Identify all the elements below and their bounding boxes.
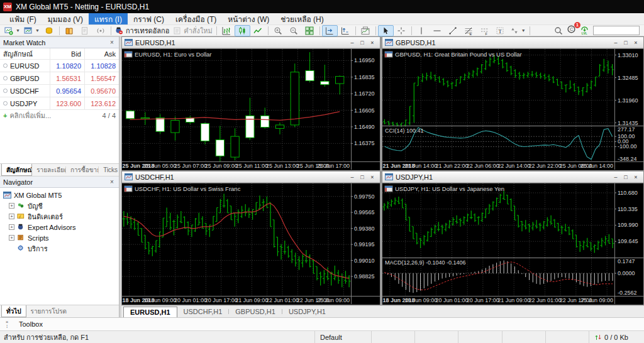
- menu-item-2[interactable]: แทรก (I): [89, 13, 128, 24]
- chart-window-titlebar-eurusd[interactable]: EURUSD,H1–□×: [122, 37, 380, 48]
- toolbar-equidistant-button[interactable]: F: [477, 25, 492, 36]
- menu-item-0[interactable]: แฟ้ม (F): [4, 13, 42, 24]
- toolbar-zoom-in-button[interactable]: [270, 25, 286, 36]
- toolbar-tile-windows-button[interactable]: [302, 25, 318, 36]
- chart-window-titlebar-usdjpy[interactable]: USDJPY,H1–□×: [382, 172, 643, 183]
- chart-canvas-usdjpy[interactable]: 110.680110.335109.990109.645USDJPY, H1: …: [382, 183, 643, 305]
- svg-text:-348.24: -348.24: [618, 156, 637, 162]
- toolbar-finance-button[interactable]: [42, 25, 57, 36]
- navigator-item-1[interactable]: +fอินดิเคเตอร์: [0, 211, 119, 222]
- minimize-button[interactable]: –: [611, 173, 621, 181]
- dock-handle[interactable]: ⁞: [6, 324, 8, 329]
- column-symbol[interactable]: สัญลักษณ์: [0, 48, 50, 60]
- toolbar-text-label-button[interactable]: T: [492, 25, 508, 36]
- minimize-button[interactable]: –: [611, 38, 621, 46]
- toolbar-new-chart-button[interactable]: ▼: [3, 25, 22, 36]
- maximize-button[interactable]: □: [357, 38, 367, 46]
- toolbar-trendline-button[interactable]: [445, 25, 461, 36]
- toolbar-arrows-button[interactable]: ▼: [508, 25, 528, 36]
- expand-icon[interactable]: +: [9, 224, 14, 230]
- navigator-header[interactable]: Navigator ×: [0, 176, 119, 188]
- market-watch-column-headers[interactable]: สัญลักษณ์ Bid Ask: [0, 48, 119, 60]
- toolbar-cursor-button[interactable]: [378, 25, 394, 36]
- market-watch-tab-2[interactable]: การซื้อขาย: [66, 164, 98, 176]
- chart-canvas-eurusd[interactable]: 1.169501.168351.167201.166051.164901.163…: [122, 48, 380, 170]
- toolbar-vertical-line-button[interactable]: [414, 25, 430, 36]
- close-button[interactable]: ×: [631, 38, 641, 46]
- toolbar-profiles-button[interactable]: ▼: [22, 25, 42, 36]
- chart-window-titlebar-gbpusd[interactable]: GBPUSD,H1–□×: [382, 37, 643, 48]
- toolbar-algo-trading-button[interactable]: การเทรดอัลกอ: [113, 25, 171, 36]
- navigator-tab-1[interactable]: รายการโปรด: [26, 305, 71, 317]
- column-ask[interactable]: Ask: [84, 48, 119, 59]
- market-watch-header[interactable]: Market Watch ×: [0, 36, 119, 48]
- chevron-down-icon[interactable]: ▼: [16, 28, 20, 33]
- toolbar-signals-button[interactable]: [93, 25, 109, 36]
- navigator-root[interactable]: XM Global MT5: [0, 190, 119, 200]
- navigator-item-0[interactable]: +บัญชี: [0, 200, 119, 211]
- search-icon[interactable]: [554, 26, 563, 35]
- toolbar-line-chart-button[interactable]: [250, 25, 266, 36]
- svg-text:25 Jun 17:00: 25 Jun 17:00: [317, 163, 350, 169]
- toolbar-market-watch-button[interactable]: [62, 25, 77, 36]
- navigator-item-2[interactable]: +Expert Advisors: [0, 222, 119, 232]
- toolbar-candle-chart-button[interactable]: [235, 25, 250, 36]
- toolbar-bar-chart-button[interactable]: [219, 25, 235, 36]
- chevron-down-icon[interactable]: ▼: [35, 28, 40, 33]
- menu-item-5[interactable]: หน้าต่าง (W): [222, 13, 275, 24]
- minimize-button[interactable]: –: [347, 173, 357, 181]
- maximize-button[interactable]: □: [621, 38, 631, 46]
- chart-tab-eurusd[interactable]: EURUSD,H1: [123, 307, 177, 317]
- expand-icon[interactable]: +: [9, 235, 14, 241]
- toolbar-auto-scroll-button[interactable]: [322, 25, 338, 36]
- navigator-item-3[interactable]: +Scripts: [0, 232, 119, 243]
- toolbar-zoom-out-button[interactable]: [286, 25, 302, 36]
- toolbar-crosshair-button[interactable]: [394, 25, 409, 36]
- close-icon[interactable]: ×: [108, 178, 116, 185]
- toolbar-search-input[interactable]: [593, 26, 640, 35]
- menu-item-4[interactable]: เครื่องมือ (T): [170, 13, 222, 24]
- minimize-button[interactable]: –: [347, 38, 357, 46]
- toolbar-chart-shift-button[interactable]: [338, 25, 353, 36]
- close-button[interactable]: ×: [631, 173, 641, 181]
- market-watch-tab-3[interactable]: Ticks: [99, 164, 119, 176]
- maximize-button[interactable]: □: [621, 173, 631, 181]
- menu-item-6[interactable]: ช่วยเหลือ (H): [275, 13, 329, 24]
- close-button[interactable]: ×: [367, 173, 377, 181]
- chart-tab-usdchf[interactable]: USDCHF,H1: [177, 306, 229, 317]
- chart-tab-usdjpy[interactable]: USDJPY,H1: [282, 306, 332, 317]
- close-icon[interactable]: ×: [108, 39, 116, 46]
- toolbar-horizontal-line-button[interactable]: [430, 25, 445, 36]
- market-watch-row-usdchf[interactable]: USDCHF0.956540.95670: [0, 85, 119, 97]
- lvl-icon[interactable]: LVL: [580, 26, 589, 35]
- profile-selector[interactable]: Default: [314, 331, 371, 343]
- svg-text:25 Jun 09:00: 25 Jun 09:00: [580, 297, 613, 303]
- chart-tab-gbpusd[interactable]: GBPUSD,H1: [229, 306, 282, 317]
- market-watch-tab-1[interactable]: รายละเอียด: [32, 164, 65, 176]
- close-button[interactable]: ×: [367, 38, 377, 46]
- chart-window-titlebar-usdchf[interactable]: USDCHF,H1–□×: [122, 172, 380, 183]
- app-icon: XM: [3, 3, 12, 11]
- toolbar-indicators-button[interactable]: [358, 25, 374, 36]
- market-watch-row-eurusd[interactable]: EURUSD1.108201.10828: [0, 60, 119, 72]
- navigator-item-4[interactable]: บริการ: [0, 243, 119, 254]
- chart-canvas-usdchf[interactable]: 0.997500.995650.993800.991950.990100.988…: [122, 183, 380, 305]
- svg-text:E: E: [470, 31, 472, 35]
- market-watch-row-usdjpy[interactable]: USDJPY123.600123.612: [0, 97, 119, 110]
- menu-item-3[interactable]: กราฟ (C): [128, 13, 170, 24]
- market-watch-tab-0[interactable]: สัญลักษณ์: [1, 164, 32, 176]
- maximize-button[interactable]: □: [357, 173, 367, 181]
- toolbar-fibonacci-button[interactable]: E: [461, 25, 477, 36]
- expand-icon[interactable]: +: [9, 214, 14, 219]
- expand-icon[interactable]: +: [9, 203, 14, 209]
- chevron-down-icon[interactable]: ▼: [521, 28, 526, 33]
- column-bid[interactable]: Bid: [50, 48, 84, 59]
- notifications-button[interactable]: C1: [567, 24, 576, 36]
- app-titlebar[interactable]: XM XM Global MT5 - Netting - EURUSD,H1: [0, 0, 644, 13]
- add-symbol-row[interactable]: + คลิกเพื่อเพิ่ม... 4 / 4: [0, 110, 119, 121]
- chart-canvas-gbpusd[interactable]: 1.330101.324851.319601.31435GBPUSD, H1: …: [382, 48, 643, 170]
- market-watch-row-gbpusd[interactable]: GBPUSD1.565311.56547: [0, 72, 119, 85]
- menu-item-1[interactable]: มุมมอง (V): [42, 13, 89, 24]
- svg-text:19 Jun 09:00: 19 Jun 09:00: [143, 297, 176, 303]
- navigator-tab-0[interactable]: ทั่วไป: [1, 305, 26, 317]
